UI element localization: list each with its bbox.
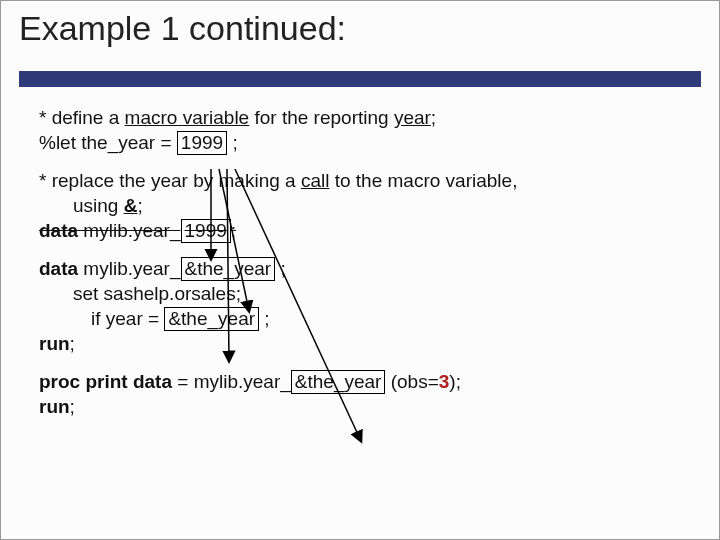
text-underline: call xyxy=(301,170,330,191)
text: * replace the year by making a xyxy=(39,170,301,191)
text: (obs= xyxy=(385,371,438,392)
slide-content: * define a macro variable for the report… xyxy=(39,106,689,434)
text: mylib.year_ xyxy=(78,258,180,279)
text: mylib.year_ xyxy=(78,220,180,241)
text: = mylib.year_ xyxy=(172,371,291,392)
line-4: data mylib.year_1999; xyxy=(39,219,689,244)
keyword: run xyxy=(39,333,70,354)
line-5: data mylib.year_&the_year ; xyxy=(39,257,689,282)
text: ; xyxy=(275,258,286,279)
text: ; xyxy=(137,195,142,216)
boxed-value: &the_year xyxy=(164,307,259,331)
slide: Example 1 continued: * define a macro va… xyxy=(0,0,720,540)
slide-title: Example 1 continued: xyxy=(19,9,701,54)
line-6: set sashelp.orsales; xyxy=(73,282,689,307)
line-10: run; xyxy=(39,395,689,420)
text: using xyxy=(73,195,124,216)
text-underline: macro variable xyxy=(125,107,250,128)
text: set sashelp.orsales; xyxy=(73,283,241,304)
text-underline: year xyxy=(394,107,431,128)
para-proc: proc print data = mylib.year_&the_year (… xyxy=(39,370,689,419)
line-2: %let the_year = 1999 ; xyxy=(39,131,689,156)
text: ; xyxy=(259,308,270,329)
text: if year = xyxy=(91,308,164,329)
line-8: run; xyxy=(39,332,689,357)
text: ; xyxy=(70,396,75,417)
keyword: proc print data xyxy=(39,371,172,392)
text: %let the_year = xyxy=(39,132,177,153)
text: * define a xyxy=(39,107,125,128)
keyword: run xyxy=(39,396,70,417)
line-3b: using &; xyxy=(73,194,689,219)
title-area: Example 1 continued: xyxy=(19,9,701,54)
keyword: data xyxy=(39,220,78,241)
text: ; xyxy=(70,333,75,354)
text: ; xyxy=(227,132,238,153)
boxed-strike: 1999 xyxy=(181,219,231,243)
text: to the macro variable, xyxy=(329,170,517,191)
text: for the reporting xyxy=(249,107,394,128)
boxed-value: 1999 xyxy=(177,131,227,155)
para-replace: * replace the year by making a call to t… xyxy=(39,169,689,243)
text-bold-underline: & xyxy=(124,195,138,216)
number: 3 xyxy=(439,371,450,392)
line-7: if year = &the_year ; xyxy=(91,307,689,332)
para-define: * define a macro variable for the report… xyxy=(39,106,689,155)
text: ); xyxy=(449,371,461,392)
para-data: data mylib.year_&the_year ; set sashelp.… xyxy=(39,257,689,356)
line-1: * define a macro variable for the report… xyxy=(39,106,689,131)
boxed-value: &the_year xyxy=(291,370,386,394)
text: ; xyxy=(231,220,236,241)
line-3: * replace the year by making a call to t… xyxy=(39,169,689,194)
title-underline xyxy=(19,71,701,87)
keyword: data xyxy=(39,258,78,279)
line-9: proc print data = mylib.year_&the_year (… xyxy=(39,370,689,395)
boxed-value: &the_year xyxy=(181,257,276,281)
text: ; xyxy=(431,107,436,128)
